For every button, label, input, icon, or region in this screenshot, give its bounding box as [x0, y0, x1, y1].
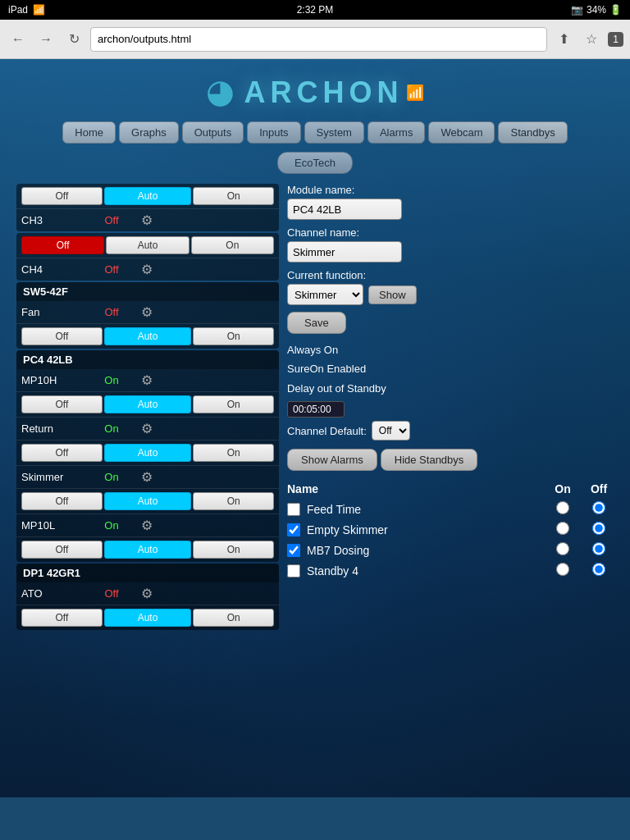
- emptyskimmer-off-radio[interactable]: [592, 522, 605, 535]
- return-label: Return: [21, 422, 87, 435]
- ato-gear-icon[interactable]: ⚙: [141, 586, 153, 601]
- standby4-checkbox[interactable]: [287, 564, 300, 578]
- feedtime-checkbox[interactable]: [287, 503, 300, 516]
- sure-on-text: SureOn Enabled: [287, 359, 614, 378]
- back-button[interactable]: ←: [7, 28, 30, 51]
- emptyskimmer-on-radio[interactable]: [556, 522, 569, 535]
- nav-alarms[interactable]: Alarms: [368, 121, 425, 144]
- share-button[interactable]: ⬆: [552, 28, 575, 51]
- channel-default-select[interactable]: Off On: [372, 421, 410, 441]
- fan-gear-icon[interactable]: ⚙: [141, 304, 153, 320]
- standbys-header: Name On Off: [287, 479, 614, 499]
- channel-row-mp10l: MP10L On ⚙: [16, 514, 279, 537]
- ch3-gear-icon[interactable]: ⚙: [141, 212, 153, 228]
- url-input[interactable]: [90, 27, 547, 52]
- col-name-header: Name: [287, 482, 541, 495]
- ato-auto-btn[interactable]: Auto: [104, 609, 192, 627]
- channel-group-ch4: Off Auto On CH4 Off ⚙: [16, 233, 279, 281]
- ch3-auto-btn[interactable]: Auto: [104, 187, 192, 205]
- skimmer-controls: Off Auto On: [21, 492, 274, 510]
- fan-status: Off: [87, 306, 136, 318]
- col-on-header: On: [548, 482, 578, 495]
- ch3-on-btn[interactable]: On: [193, 187, 274, 205]
- channel-row-fan-ctrl: Off Auto On: [16, 324, 279, 349]
- channels-panel: Off Auto On CH3 Off ⚙ Off Auto: [16, 184, 279, 632]
- skimmer-gear-icon[interactable]: ⚙: [141, 469, 153, 485]
- channel-default-row: Channel Default: Off On: [287, 421, 614, 441]
- ato-label: ATO: [21, 587, 87, 600]
- info-text: Always On SureOn Enabled Delay out of St…: [287, 340, 614, 398]
- show-button[interactable]: Show: [368, 285, 417, 304]
- nav-outputs[interactable]: Outputs: [182, 121, 244, 144]
- mp10l-gear-icon[interactable]: ⚙: [141, 518, 153, 533]
- mp10l-on-btn[interactable]: On: [193, 541, 274, 559]
- browser-bar: ← → ↻ ⬆ ☆ 1: [0, 20, 630, 59]
- delay-input[interactable]: [287, 401, 345, 418]
- mp10h-gear-icon[interactable]: ⚙: [141, 372, 153, 388]
- refresh-button[interactable]: ↻: [62, 28, 85, 51]
- nav-graphs[interactable]: Graphs: [119, 121, 179, 144]
- standby4-on-radio[interactable]: [556, 563, 569, 576]
- ato-on-btn[interactable]: On: [193, 609, 274, 627]
- status-left: iPad 📶: [8, 4, 45, 16]
- channel-group-ch3: Off Auto On CH3 Off ⚙: [16, 184, 279, 231]
- standby4-off-radio[interactable]: [592, 563, 605, 576]
- skimmer-auto-btn[interactable]: Auto: [104, 492, 192, 510]
- fan-on-btn[interactable]: On: [193, 327, 274, 345]
- bookmark-button[interactable]: ☆: [580, 28, 603, 51]
- skimmer-on-btn[interactable]: On: [193, 492, 274, 510]
- ch4-on-btn[interactable]: On: [191, 236, 274, 254]
- module-name-input[interactable]: [287, 199, 402, 220]
- hide-standbys-button[interactable]: Hide Standbys: [381, 449, 478, 471]
- nav-home[interactable]: Home: [62, 121, 116, 144]
- mp10l-label: MP10L: [21, 519, 87, 532]
- mb7dosing-off-radio[interactable]: [592, 542, 605, 555]
- emptyskimmer-checkbox[interactable]: [287, 523, 300, 536]
- ch3-off-btn[interactable]: Off: [21, 187, 103, 205]
- return-off-btn[interactable]: Off: [21, 444, 103, 462]
- ecotech-button[interactable]: EcoTech: [277, 152, 353, 174]
- mp10h-on-btn[interactable]: On: [193, 395, 274, 413]
- tab-count[interactable]: 1: [608, 32, 623, 47]
- return-gear-icon[interactable]: ⚙: [141, 421, 153, 436]
- return-auto-btn[interactable]: Auto: [104, 444, 192, 462]
- current-function-select[interactable]: Skimmer Always On Timer Light: [287, 284, 363, 305]
- channel-default-label: Channel Default:: [287, 425, 367, 437]
- mb7dosing-on-radio[interactable]: [556, 542, 569, 555]
- ch4-auto-btn[interactable]: Auto: [106, 236, 189, 254]
- mp10h-auto-btn[interactable]: Auto: [104, 395, 192, 413]
- mb7dosing-checkbox[interactable]: [287, 544, 300, 557]
- nav-inputs[interactable]: Inputs: [247, 121, 300, 144]
- ch3-status: Off: [87, 214, 136, 226]
- nav-standbys[interactable]: Standbys: [498, 121, 567, 144]
- delay-value-row: [287, 401, 614, 418]
- ch4-label: CH4: [21, 263, 87, 276]
- channel-row-return: Return On ⚙: [16, 418, 279, 441]
- dp1-header: DP1 42GR1: [16, 564, 279, 582]
- battery-text: 34%: [587, 4, 606, 16]
- fan-off-btn[interactable]: Off: [21, 327, 103, 345]
- channel-row-ch4-label: CH4 Off ⚙: [16, 258, 279, 281]
- skimmer-off-btn[interactable]: Off: [21, 492, 103, 510]
- show-alarms-button[interactable]: Show Alarms: [287, 449, 377, 471]
- nav-system[interactable]: System: [304, 121, 364, 144]
- channel-name-input[interactable]: [287, 241, 402, 262]
- ato-off-btn[interactable]: Off: [21, 609, 103, 627]
- ch4-off-btn[interactable]: Off: [21, 236, 104, 254]
- forward-button[interactable]: →: [34, 28, 57, 51]
- mp10h-off-btn[interactable]: Off: [21, 395, 103, 413]
- always-on-text: Always On: [287, 340, 614, 359]
- return-on-btn[interactable]: On: [193, 444, 274, 462]
- feedtime-on-radio[interactable]: [556, 501, 569, 514]
- mp10l-auto-btn[interactable]: Auto: [104, 541, 192, 559]
- current-function-label: Current function:: [287, 269, 614, 281]
- logo-text: ARCHON: [244, 75, 404, 109]
- wifi-icon: 📶: [33, 4, 45, 16]
- feedtime-off-radio[interactable]: [592, 501, 605, 514]
- mp10l-off-btn[interactable]: Off: [21, 541, 103, 559]
- ch4-gear-icon[interactable]: ⚙: [141, 262, 153, 277]
- channel-row-ch3-ctrl: Off Auto On: [16, 184, 279, 209]
- save-button[interactable]: Save: [287, 312, 346, 334]
- nav-webcam[interactable]: Webcam: [428, 121, 495, 144]
- fan-auto-btn[interactable]: Auto: [104, 327, 192, 345]
